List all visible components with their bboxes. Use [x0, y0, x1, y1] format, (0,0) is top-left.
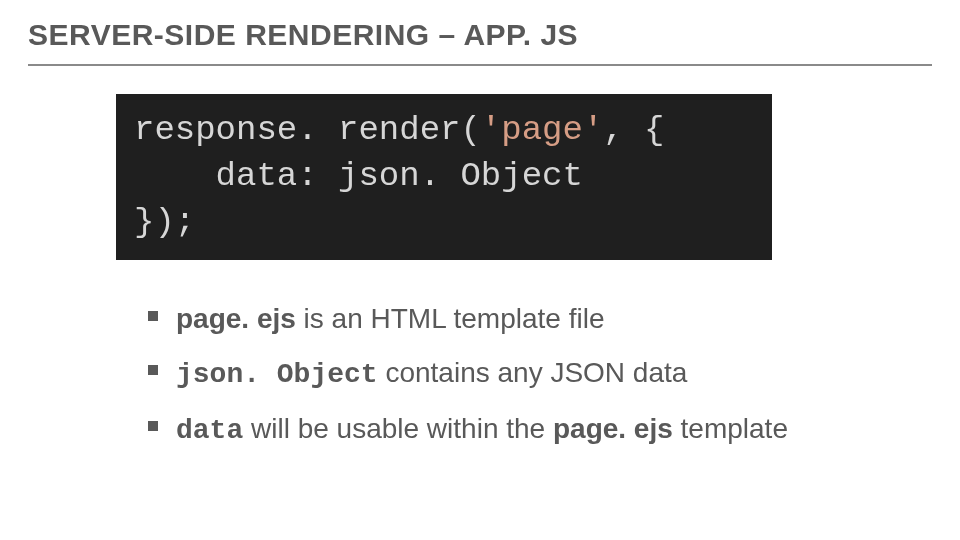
code-line-1a: response. render(: [134, 111, 481, 149]
bullet-strong-2: page. ejs: [553, 413, 673, 444]
bullet-text-2: template: [673, 413, 788, 444]
bullet-text: contains any JSON data: [378, 357, 688, 388]
bullet-text: is an HTML template file: [296, 303, 605, 334]
bullet-item: json. Object contains any JSON data: [148, 350, 932, 398]
bullet-strong: json. Object: [176, 359, 378, 390]
code-line-1c: , {: [603, 111, 664, 149]
bullet-list: page. ejs is an HTML template file json.…: [148, 296, 932, 455]
bullet-item: data will be usable within the page. ejs…: [148, 406, 932, 454]
slide: SERVER-SIDE RENDERING – APP. JS response…: [0, 0, 960, 454]
page-title: SERVER-SIDE RENDERING – APP. JS: [28, 18, 932, 62]
title-underline: [28, 64, 932, 66]
bullet-strong: data: [176, 415, 243, 446]
code-line-3: });: [134, 203, 195, 241]
bullet-item: page. ejs is an HTML template file: [148, 296, 932, 342]
code-line-2: data: json. Object: [134, 157, 583, 195]
bullet-strong: page. ejs: [176, 303, 296, 334]
code-string-page: 'page': [481, 111, 603, 149]
code-block: response. render('page', { data: json. O…: [116, 94, 772, 260]
bullet-text: will be usable within the: [243, 413, 553, 444]
